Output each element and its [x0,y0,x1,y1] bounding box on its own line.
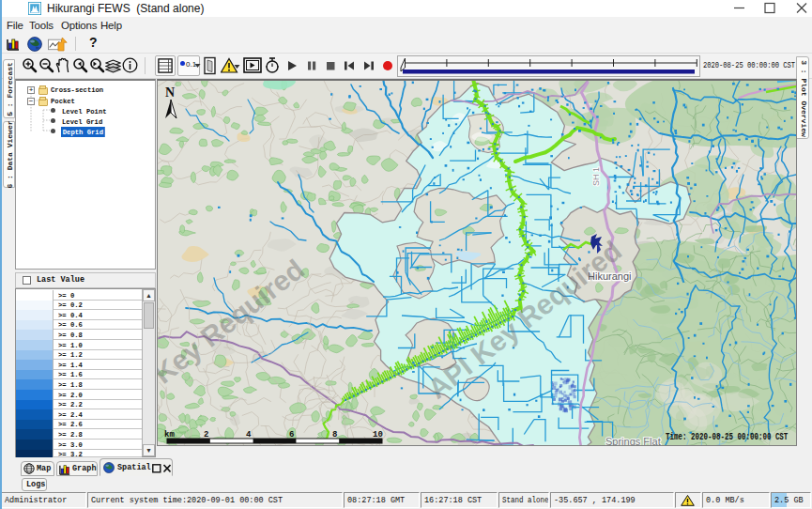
svg-text:N: N [165,85,175,100]
svg-text:Springs Flat: Springs Flat [605,436,661,446]
svg-text:SH 1: SH 1 [591,167,601,186]
svg-text:Time: 2020-08-25 00:00:00 CST: Time: 2020-08-25 00:00:00 CST [666,432,789,442]
